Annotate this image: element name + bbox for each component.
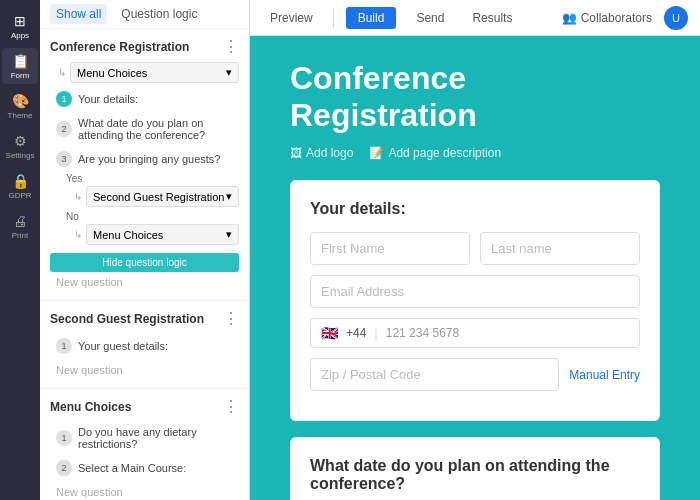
sidebar-icon-theme[interactable]: 🎨 Theme (2, 88, 38, 124)
question-text-guests: Are you bringing any guests? (78, 153, 220, 165)
section-menu-guest[interactable]: ⋮ (223, 309, 239, 328)
question-num-1: 1 (56, 91, 72, 107)
dropdown-menu-choices-select[interactable]: Menu Choices ▾ (70, 62, 239, 83)
section-header-conference: Conference Registration ⋮ (50, 37, 239, 56)
add-description-icon: 📝 (369, 146, 384, 160)
zip-row: Zip / Postal Code Manual Entry (310, 358, 640, 391)
section-title-guest: Second Guest Registration (50, 312, 204, 326)
question-item-main-course[interactable]: 2 Select a Main Course: (50, 456, 239, 480)
flag-icon: 🇬🇧 (321, 325, 338, 341)
theme-icon: 🎨 (12, 93, 29, 109)
question-item-guest-details[interactable]: 1 Your guest details: (50, 334, 239, 358)
question-item-date[interactable]: 2 What date do you plan on attending the… (50, 113, 239, 145)
phone-number: 121 234 5678 (386, 326, 459, 340)
sidebar-icon-apps[interactable]: ⊞ Apps (2, 8, 38, 44)
apps-icon: ⊞ (14, 13, 26, 29)
your-details-title: Your details: (310, 200, 640, 218)
preview-button[interactable]: Preview (262, 7, 321, 29)
date-question-card: What date do you plan on attending the c… (290, 437, 660, 500)
section-title-conference: Conference Registration (50, 40, 189, 54)
side-panel: Show all Question logic Conference Regis… (40, 0, 250, 500)
phone-field[interactable]: 🇬🇧 +44 | 121 234 5678 (310, 318, 640, 348)
question-text-main-course: Select a Main Course: (78, 462, 186, 474)
topbar-divider (333, 8, 334, 28)
dropdown-menu-choices[interactable]: ↳ Menu Choices ▾ (58, 62, 239, 83)
new-question-guest[interactable]: New question (50, 360, 239, 380)
name-row: First Name Last name (310, 232, 640, 265)
question-num-dietary: 1 (56, 430, 72, 446)
your-details-card: Your details: First Name Last name Email… (290, 180, 660, 421)
chevron-down-icon: ▾ (226, 66, 232, 79)
form-actions: 🖼 Add logo 📝 Add page description (290, 146, 660, 160)
logic-branch-no: No ↳ Menu Choices ▾ (66, 211, 239, 245)
question-item-guests[interactable]: 3 Are you bringing any guests? (50, 147, 239, 171)
form-title: Conference Registration (290, 60, 660, 134)
new-question-conference[interactable]: New question (50, 272, 239, 292)
build-button[interactable]: Build (346, 7, 397, 29)
topbar: Preview Build Send Results 👥 Collaborato… (250, 0, 700, 36)
user-avatar[interactable]: U (664, 6, 688, 30)
question-item-dietary[interactable]: 1 Do you have any dietary restrictions? (50, 422, 239, 454)
logic-label-no: No (66, 211, 239, 222)
arrow-right-icon: ↳ (58, 67, 66, 78)
logic-label-yes: Yes (66, 173, 239, 184)
question-text-dietary: Do you have any dietary restrictions? (78, 426, 233, 450)
settings-icon: ⚙ (14, 133, 27, 149)
add-description-button[interactable]: 📝 Add page description (369, 146, 501, 160)
gdpr-icon: 🔒 (12, 173, 29, 189)
section-header-guest: Second Guest Registration ⋮ (50, 309, 239, 328)
question-text-date: What date do you plan on attending the c… (78, 117, 233, 141)
chevron-down-yes-icon: ▾ (226, 190, 232, 203)
question-item-your-details[interactable]: 1 Your details: (50, 87, 239, 111)
hide-logic-button[interactable]: Hide question logic (50, 253, 239, 272)
email-field[interactable]: Email Address (310, 275, 640, 308)
main-area: Preview Build Send Results 👥 Collaborato… (250, 0, 700, 500)
no-dropdown[interactable]: ↳ Menu Choices ▾ (74, 224, 239, 245)
results-button[interactable]: Results (464, 7, 520, 29)
question-text-guest-details: Your guest details: (78, 340, 168, 352)
question-num-2: 2 (56, 121, 72, 137)
email-row: Email Address (310, 275, 640, 308)
collaborators-button[interactable]: 👥 Collaborators (562, 11, 652, 25)
sidebar-icon-print[interactable]: 🖨 Print (2, 208, 38, 244)
yes-branch-select[interactable]: Second Guest Registration ▾ (86, 186, 239, 207)
phone-code: +44 (346, 326, 366, 340)
tab-show-all[interactable]: Show all (50, 4, 107, 24)
logic-branch-yes: Yes ↳ Second Guest Registration ▾ (66, 173, 239, 207)
first-name-field[interactable]: First Name (310, 232, 470, 265)
no-branch-select[interactable]: Menu Choices ▾ (86, 224, 239, 245)
sidebar-icon-gdpr[interactable]: 🔒 GDPR (2, 168, 38, 204)
panel-section-conference: Conference Registration ⋮ ↳ Menu Choices… (40, 29, 249, 301)
icon-sidebar: ⊞ Apps 📋 Form 🎨 Theme ⚙ Settings 🔒 GDPR … (0, 0, 40, 500)
sidebar-icon-settings[interactable]: ⚙ Settings (2, 128, 38, 164)
zip-field[interactable]: Zip / Postal Code (310, 358, 559, 391)
new-question-menu[interactable]: New question (50, 482, 239, 500)
add-logo-icon: 🖼 (290, 146, 302, 160)
add-logo-button[interactable]: 🖼 Add logo (290, 146, 353, 160)
print-icon: 🖨 (13, 213, 27, 229)
arrow-right-yes-icon: ↳ (74, 191, 82, 202)
tab-question-logic[interactable]: Question logic (115, 4, 203, 24)
section-title-menu: Menu Choices (50, 400, 131, 414)
question-num-3: 3 (56, 151, 72, 167)
chevron-down-no-icon: ▾ (226, 228, 232, 241)
panel-tabs: Show all Question logic (40, 0, 249, 29)
collaborators-icon: 👥 (562, 11, 577, 25)
form-content: Conference Registration 🖼 Add logo 📝 Add… (250, 36, 700, 500)
question-num-guest-1: 1 (56, 338, 72, 354)
section-header-menu: Menu Choices ⋮ (50, 397, 239, 416)
send-button[interactable]: Send (408, 7, 452, 29)
date-question-title: What date do you plan on attending the c… (310, 457, 640, 493)
section-menu-conference[interactable]: ⋮ (223, 37, 239, 56)
question-text-your-details: Your details: (78, 93, 138, 105)
question-num-main-course: 2 (56, 460, 72, 476)
manual-entry-link[interactable]: Manual Entry (569, 368, 640, 382)
last-name-field[interactable]: Last name (480, 232, 640, 265)
panel-section-guest: Second Guest Registration ⋮ 1 Your guest… (40, 301, 249, 389)
panel-section-menu: Menu Choices ⋮ 1 Do you have any dietary… (40, 389, 249, 500)
form-icon: 📋 (12, 53, 29, 69)
section-menu-menu[interactable]: ⋮ (223, 397, 239, 416)
arrow-right-no-icon: ↳ (74, 229, 82, 240)
yes-dropdown[interactable]: ↳ Second Guest Registration ▾ (74, 186, 239, 207)
sidebar-icon-form[interactable]: 📋 Form (2, 48, 38, 84)
